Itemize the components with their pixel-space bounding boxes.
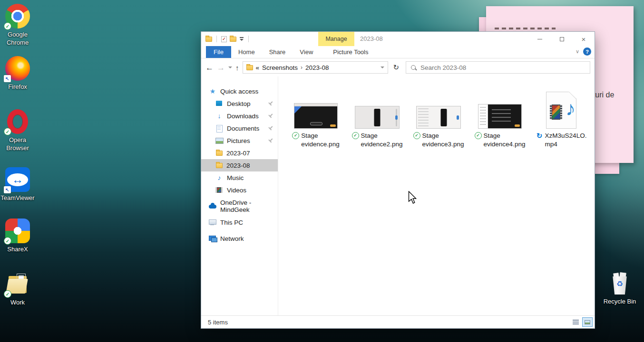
tab-picture-tools[interactable]: Picture Tools bbox=[326, 46, 375, 58]
status-items-count: 5 items bbox=[208, 319, 228, 326]
qat-properties-icon[interactable]: ✓ bbox=[221, 36, 227, 42]
address-toolbar: ← → ↑ « Screenshots › 2023-08 ↻ Search 2… bbox=[201, 58, 595, 76]
sidebar-item-label: OneDrive - MindGeek bbox=[220, 199, 278, 213]
downloads-icon: ↓ bbox=[215, 113, 223, 119]
manage-contextual-tab[interactable]: Manage bbox=[318, 32, 354, 46]
ribbon-collapse-chevron-icon[interactable]: ∨ bbox=[576, 48, 579, 55]
desktop-icon-google-chrome[interactable]: ✓ Google Chrome bbox=[0, 4, 39, 47]
file-name: Stage bbox=[301, 132, 339, 140]
sidebar-item-onedrive[interactable]: OneDrive - MindGeek bbox=[201, 200, 278, 212]
file-item-stage-evidence4-png[interactable]: ✓ Stage evidence4.png bbox=[472, 89, 528, 149]
sidebar-item-desktop[interactable]: Desktop bbox=[201, 97, 278, 110]
sidebar-item-2023-08[interactable]: 2023-08 bbox=[201, 159, 278, 171]
search-placeholder: Search 2023-08 bbox=[420, 64, 466, 71]
sidebar-item-label: Downloads bbox=[227, 113, 259, 120]
status-bar: 5 items bbox=[201, 315, 595, 328]
videos-icon bbox=[215, 187, 223, 193]
icon-label: Work bbox=[10, 299, 25, 307]
sidebar-item-label: Videos bbox=[227, 187, 246, 194]
files-pane[interactable]: ✓ Stage evidence.png ✓ Stage evidence2.p… bbox=[278, 76, 595, 315]
file-thumbnail bbox=[294, 103, 338, 129]
sync-badge-icon: ✓ bbox=[4, 22, 11, 30]
icon-label: Opera Browser bbox=[0, 136, 37, 152]
icon-label: Recycle Bin bbox=[604, 298, 636, 306]
sidebar-item-network[interactable]: Network bbox=[201, 232, 278, 245]
breadcrumb-current-folder[interactable]: 2023-08 bbox=[305, 64, 329, 71]
pictures-icon bbox=[215, 137, 223, 144]
music-note-icon: ♪ bbox=[566, 99, 576, 119]
file-item-stage-evidence2-png[interactable]: ✓ Stage evidence2.png bbox=[349, 89, 405, 149]
sync-status-icon: ✓ bbox=[475, 132, 482, 139]
folder-icon bbox=[216, 151, 223, 156]
star-icon: ★ bbox=[209, 88, 216, 95]
thumb-detail bbox=[457, 115, 459, 120]
desktop-icon-work-folder[interactable]: ✓ Work bbox=[0, 272, 39, 307]
sidebar-item-pictures[interactable]: Pictures bbox=[201, 134, 278, 147]
address-bar[interactable]: « Screenshots › 2023-08 bbox=[243, 61, 388, 74]
file-name: XzM3uS24LO. bbox=[545, 132, 587, 140]
tab-share[interactable]: Share bbox=[262, 46, 293, 58]
sidebar-item-label: This PC bbox=[220, 219, 243, 226]
sidebar-item-quick-access[interactable]: ★ Quick access bbox=[201, 85, 278, 97]
desktop-icon-opera[interactable]: ✓ Opera Browser bbox=[0, 109, 39, 152]
up-button[interactable]: ↑ bbox=[235, 64, 239, 71]
desktop-icon-recycle-bin[interactable]: ♻ Recycle Bin bbox=[598, 273, 642, 306]
file-name: evidence.png bbox=[301, 140, 339, 149]
tab-view[interactable]: View bbox=[293, 46, 320, 58]
sync-status-icon: ✓ bbox=[352, 132, 359, 139]
shortcut-badge-icon: ↖ bbox=[4, 186, 11, 193]
icon-label: TeamViewer bbox=[0, 194, 34, 202]
this-pc-icon bbox=[209, 219, 216, 226]
tab-home[interactable]: Home bbox=[231, 46, 262, 58]
refresh-button[interactable]: ↻ bbox=[393, 63, 400, 72]
recent-locations-chevron-icon[interactable] bbox=[228, 66, 232, 68]
file-item-mp4-video[interactable]: ♪ ↻ XzM3uS24LO. mp4 bbox=[533, 89, 589, 149]
qat-new-folder-icon[interactable] bbox=[230, 37, 236, 42]
thumb-detail bbox=[310, 122, 322, 125]
tab-file[interactable]: File bbox=[206, 46, 231, 58]
sidebar-item-this-pc[interactable]: This PC bbox=[201, 216, 278, 228]
address-dropdown-chevron-icon[interactable] bbox=[381, 66, 384, 68]
breadcrumb-screenshots[interactable]: Screenshots bbox=[262, 64, 298, 71]
sidebar-item-downloads[interactable]: ↓ Downloads bbox=[201, 110, 278, 122]
close-button[interactable]: × bbox=[573, 32, 595, 46]
close-icon: × bbox=[582, 36, 586, 43]
sidebar-item-label: Pictures bbox=[227, 137, 250, 144]
file-item-stage-evidence-png[interactable]: ✓ Stage evidence.png bbox=[288, 89, 344, 149]
icon-label: Firefox bbox=[8, 83, 27, 91]
minimize-button[interactable] bbox=[529, 32, 551, 46]
thumb-detail bbox=[294, 106, 302, 114]
file-thumbnail bbox=[355, 106, 400, 129]
file-item-stage-evidence3-png[interactable]: ✓ Stage evidence3.png bbox=[410, 89, 467, 149]
sync-badge-icon: ✓ bbox=[4, 237, 11, 245]
sidebar-item-label: 2023-08 bbox=[226, 162, 250, 169]
thumb-detail bbox=[515, 124, 520, 127]
view-thumbnails-button[interactable] bbox=[582, 317, 593, 327]
sidebar-item-2023-07[interactable]: 2023-07 bbox=[201, 147, 278, 159]
sidebar-item-music[interactable]: ♪ Music bbox=[201, 171, 278, 184]
qat-customize-icon[interactable] bbox=[239, 37, 244, 41]
pin-icon bbox=[267, 137, 274, 144]
thumbnail-view-icon bbox=[585, 320, 590, 324]
media-file-icon: ♪ bbox=[546, 92, 576, 129]
sidebar-item-videos[interactable]: Videos bbox=[201, 184, 278, 196]
forward-button[interactable]: → bbox=[217, 64, 225, 72]
list-view-icon bbox=[573, 320, 579, 325]
file-name: evidence4.png bbox=[484, 140, 526, 149]
back-button[interactable]: ← bbox=[205, 64, 214, 72]
desktop-icon-teamviewer[interactable]: ↔ ↖ TeamViewer bbox=[0, 167, 39, 202]
search-box[interactable]: Search 2023-08 bbox=[406, 61, 590, 74]
desktop-icon-sharex[interactable]: ✓ ShareX bbox=[0, 218, 39, 254]
sidebar-item-documents[interactable]: Documents bbox=[201, 122, 278, 134]
window-controls: × bbox=[529, 32, 595, 46]
help-button[interactable]: ? bbox=[583, 48, 591, 56]
qat-folder-icon[interactable] bbox=[205, 37, 212, 42]
desktop-icon-firefox[interactable]: ↖ Firefox bbox=[0, 56, 39, 91]
maximize-button[interactable] bbox=[551, 32, 573, 46]
onedrive-cloud-icon bbox=[209, 203, 216, 209]
view-details-button[interactable] bbox=[570, 317, 581, 327]
sync-badge-icon: ✓ bbox=[4, 128, 11, 135]
navigation-pane: ★ Quick access Desktop ↓ Downloads Docum… bbox=[201, 76, 278, 315]
divider bbox=[248, 36, 249, 42]
ribbon-tab-row: File Home Share View Picture Tools ∨ ? bbox=[201, 46, 595, 58]
